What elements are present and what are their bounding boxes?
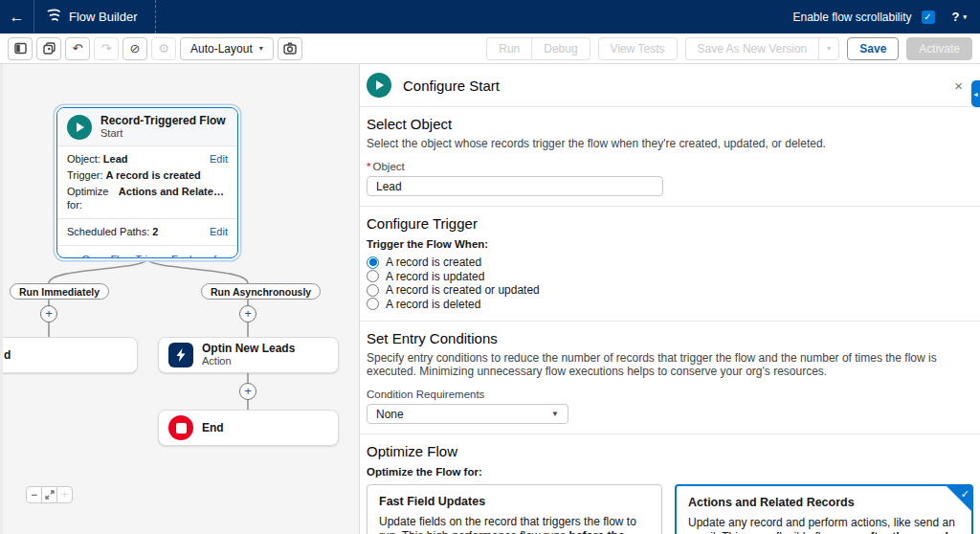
fit-to-view-button[interactable]: [41, 486, 57, 503]
entry-conditions-section: Set Entry Conditions Specify entry condi…: [360, 322, 980, 434]
add-element-button[interactable]: +: [239, 305, 256, 323]
save-button[interactable]: Save: [847, 37, 899, 60]
zoom-in-button[interactable]: +: [56, 486, 73, 503]
chevron-down-icon: ▾: [827, 44, 831, 53]
chevron-down-icon: ▾: [259, 44, 263, 53]
scheduled-paths-label: Scheduled Paths:: [67, 225, 149, 238]
action-node-optin-new-leads[interactable]: Optin New Leads Action: [158, 337, 339, 373]
settings-button[interactable]: ⚙: [151, 37, 176, 60]
app-logo-block: Flow Builder: [34, 0, 156, 33]
action-node-title: Optin New Leads: [202, 343, 295, 355]
redo-button[interactable]: ↷: [94, 37, 119, 60]
entry-conditions-heading: Set Entry Conditions: [367, 330, 973, 346]
save-as-group: Save As New Version ▾: [685, 37, 840, 60]
optimize-card-actions-related-records[interactable]: ✓ Actions and Related Records Update any…: [675, 484, 973, 534]
close-panel-button[interactable]: ×: [954, 78, 963, 94]
trigger-when-label: Trigger the Flow When:: [367, 238, 973, 251]
flow-canvas[interactable]: Record-Triggered Flow Start Object: Lead…: [0, 64, 359, 534]
toolbar: ↶ ↷ ⊘ ⚙ Auto-Layout ▾ Run Debug View Tes…: [0, 33, 980, 64]
branch-label-run-immediately: Run Immediately: [10, 283, 109, 300]
app-title: Flow Builder: [69, 10, 138, 24]
cutoff-node[interactable]: d: [0, 337, 138, 373]
radio-label: A record is deleted: [386, 298, 480, 311]
configure-start-panel: Configure Start × ◂ Select Object Select…: [359, 64, 980, 534]
radio-icon: [367, 270, 379, 282]
radio-selected-icon: [367, 256, 379, 269]
save-as-dropdown-button[interactable]: ▾: [818, 37, 839, 60]
branch-label-run-asynchronously: Run Asynchronously: [201, 283, 321, 300]
action-lightning-icon: [168, 343, 193, 367]
card-title: Actions and Related Records: [688, 496, 960, 510]
optimize-row-value: Actions and Related Rec…: [119, 185, 228, 211]
delete-element-button[interactable]: ⊘: [122, 37, 147, 60]
edit-scheduled-paths-link[interactable]: Edit: [204, 225, 228, 238]
copy-elements-button[interactable]: [36, 37, 61, 60]
run-button[interactable]: Run: [486, 37, 531, 60]
save-as-new-version-button[interactable]: Save As New Version: [685, 37, 819, 60]
back-button[interactable]: ←: [0, 0, 34, 33]
gear-icon: ⚙: [158, 41, 169, 56]
start-play-icon: [367, 73, 391, 98]
card-body: Update any record and perform actions, l…: [688, 516, 960, 534]
card-body: Update fields on the record that trigger…: [379, 515, 650, 534]
expand-icon: [45, 490, 55, 500]
layout-select-value: Auto-Layout: [190, 42, 253, 56]
collapse-panel-handle[interactable]: ◂: [971, 80, 980, 107]
flow-scrollability-checkbox[interactable]: ✓: [922, 11, 935, 24]
undo-button[interactable]: ↶: [65, 37, 90, 60]
radio-record-updated[interactable]: A record is updated: [367, 270, 973, 284]
condition-requirements-select[interactable]: None ▼: [367, 404, 568, 424]
flow-builder-icon: [46, 8, 61, 26]
top-navbar: ← Flow Builder Enable flow scrollability…: [0, 0, 980, 33]
run-debug-group: Run Debug: [486, 37, 590, 60]
end-node-title: End: [202, 422, 224, 434]
capture-button[interactable]: [278, 37, 302, 60]
radio-record-deleted[interactable]: A record is deleted: [367, 298, 973, 312]
radio-record-created-or-updated[interactable]: A record is created or updated: [367, 283, 973, 298]
radio-label: A record is created: [386, 256, 481, 269]
panel-title: Configure Start: [403, 78, 500, 94]
add-element-button[interactable]: +: [239, 383, 256, 400]
prohibit-icon: ⊘: [130, 41, 141, 56]
start-node-title: Record-Triggered Flow: [100, 115, 226, 127]
undo-icon: ↶: [73, 41, 83, 56]
object-row-value: Lead: [103, 152, 128, 166]
open-flow-trigger-explorer-link[interactable]: Open Flow Trigger Explorer for Lead: [57, 246, 237, 258]
selected-check-icon: ✓: [947, 486, 971, 511]
select-object-heading: Select Object: [367, 116, 973, 132]
chevron-down-icon: ▼: [551, 410, 559, 418]
zoom-out-button[interactable]: −: [26, 486, 42, 503]
redo-icon: ↷: [101, 41, 112, 56]
radio-record-created[interactable]: A record is created: [367, 256, 973, 270]
entry-conditions-description: Specify entry conditions to reduce the n…: [367, 351, 960, 378]
layout-select[interactable]: Auto-Layout ▾: [180, 37, 274, 60]
object-input[interactable]: [367, 176, 663, 196]
edit-object-link[interactable]: Edit: [204, 152, 228, 166]
optimize-card-fast-field-updates[interactable]: Fast Field Updates Update fields on the …: [367, 484, 662, 534]
cutoff-node-label: d: [4, 349, 11, 362]
radio-icon: [367, 284, 379, 297]
activate-button[interactable]: Activate: [906, 37, 972, 60]
start-play-icon: [67, 115, 92, 140]
add-element-button[interactable]: +: [40, 305, 57, 323]
optimize-for-label: Optimize the Flow for:: [367, 466, 973, 478]
optimize-row-label: Optimize for:: [67, 185, 116, 211]
view-tests-button[interactable]: View Tests: [598, 37, 678, 60]
canvas-zoom-controls: − +: [26, 486, 73, 503]
object-row-label: Object:: [67, 152, 100, 166]
action-node-subtitle: Action: [202, 355, 295, 367]
copy-icon: [43, 42, 56, 55]
toggle-toolbox-button[interactable]: [8, 37, 33, 60]
radio-label: A record is created or updated: [386, 283, 540, 297]
card-title: Fast Field Updates: [379, 495, 650, 509]
end-stop-icon: [168, 415, 193, 440]
help-menu[interactable]: ? ▾: [952, 10, 967, 24]
debug-button[interactable]: Debug: [531, 37, 590, 60]
start-node-subtitle: Start: [100, 127, 226, 140]
end-node[interactable]: End: [158, 410, 339, 446]
camera-icon: [283, 42, 297, 55]
panel-toggle-icon: [14, 42, 27, 55]
start-node[interactable]: Record-Triggered Flow Start Object: Lead…: [56, 107, 238, 258]
help-icon: ?: [952, 10, 960, 24]
radio-icon: [367, 298, 379, 310]
